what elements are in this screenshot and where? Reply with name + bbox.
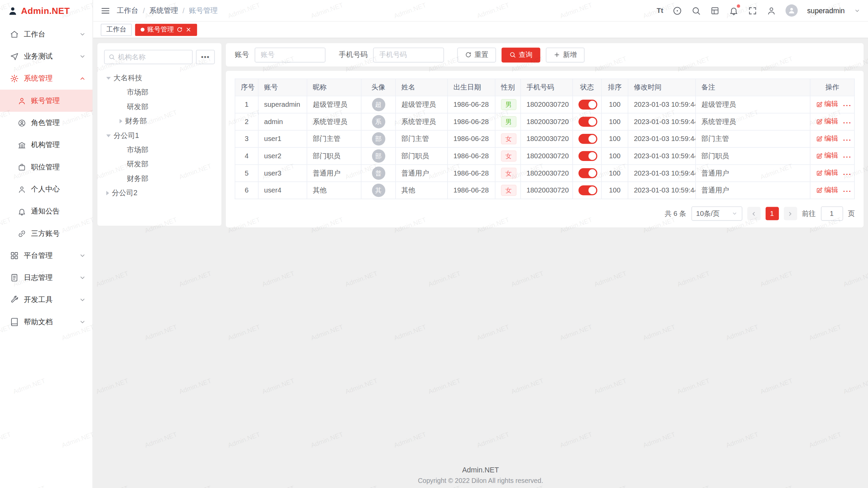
document-icon — [10, 273, 19, 282]
sidebar-item-business-test[interactable]: 业务测试 — [0, 45, 93, 67]
goto-page-input[interactable] — [821, 206, 843, 221]
account-input[interactable] — [255, 47, 326, 62]
edit-button[interactable]: 编辑 — [816, 168, 838, 178]
tree-node[interactable]: 财务部 — [104, 114, 215, 128]
account-label: 账号 — [235, 50, 249, 60]
sidebar-item-role-management[interactable]: 角色管理 — [0, 112, 93, 134]
cell-account: superadmin — [258, 96, 307, 113]
cell-modified: 2023-01-03 10:59:44 — [628, 165, 695, 182]
layout-config-icon[interactable] — [710, 6, 720, 15]
add-button[interactable]: 新增 — [546, 47, 585, 62]
cell-account: user1 — [258, 130, 307, 147]
gender-tag: 男 — [501, 99, 516, 110]
status-toggle[interactable] — [578, 117, 597, 126]
tree-node[interactable]: 研发部 — [104, 157, 215, 171]
tree-node[interactable]: 分公司1 — [104, 128, 215, 143]
edit-button[interactable]: 编辑 — [816, 134, 838, 144]
tree-node[interactable]: 财务部 — [104, 171, 215, 186]
page-number-button[interactable]: 1 — [765, 207, 778, 220]
more-actions-button[interactable]: ··· — [843, 153, 852, 161]
table-row: 3 user1 部门主管 部 部门主管 1986-06-28 女 1802003… — [235, 130, 854, 147]
notification-bell-icon[interactable] — [729, 6, 738, 15]
reset-button[interactable]: 重置 — [457, 47, 496, 62]
app-root: Admin.NET 工作台 业务测试 系统管理 — [0, 0, 868, 488]
breadcrumb-item[interactable]: 系统管理 — [149, 5, 178, 15]
refresh-icon[interactable] — [177, 26, 183, 33]
caret-down-icon[interactable] — [106, 77, 111, 79]
caret-down-icon[interactable] — [106, 134, 111, 137]
chevron-up-icon — [79, 75, 86, 82]
org-search-input[interactable] — [118, 53, 188, 61]
app-logo[interactable]: Admin.NET — [0, 0, 93, 22]
page-size-select[interactable]: 10条/页 — [691, 206, 742, 221]
tab-workbench[interactable]: 工作台 — [101, 23, 132, 36]
phone-input[interactable] — [373, 47, 444, 62]
query-panel: 账号 手机号码 重置 查询 新增 — [226, 43, 864, 66]
sidebar-item-org-management[interactable]: 机构管理 — [0, 134, 93, 156]
sidebar-item-help-docs[interactable]: 帮助文档 — [0, 311, 93, 333]
caret-right-icon[interactable] — [106, 191, 109, 195]
edit-button[interactable]: 编辑 — [816, 151, 838, 161]
prev-page-button[interactable] — [747, 207, 760, 220]
sidebar-item-account-management[interactable]: 账号管理 — [0, 89, 93, 111]
cell-account: user2 — [258, 147, 307, 165]
bell-icon — [18, 207, 26, 215]
sidebar-item-dev-tools[interactable]: 开发工具 — [0, 289, 93, 311]
tree-node[interactable]: 分公司2 — [104, 186, 215, 200]
breadcrumb-item[interactable]: 工作台 — [117, 5, 138, 15]
next-page-button[interactable] — [784, 207, 797, 220]
cell-nickname: 部门主管 — [307, 130, 361, 147]
status-toggle[interactable] — [578, 185, 597, 195]
more-actions-button[interactable]: ··· — [843, 119, 852, 127]
tabs-bar: 工作台 账号管理 — [93, 21, 868, 38]
cell-name: 部门职员 — [396, 147, 448, 165]
fullscreen-icon[interactable] — [748, 6, 757, 15]
tools-icon — [10, 296, 19, 304]
status-toggle[interactable] — [578, 168, 597, 178]
font-size-icon[interactable]: Tt — [657, 7, 663, 15]
edit-button[interactable]: 编辑 — [816, 185, 838, 195]
more-actions-button[interactable]: ··· — [843, 170, 852, 178]
chevron-down-icon[interactable] — [854, 7, 860, 14]
cell-nickname: 系统管理员 — [307, 113, 361, 130]
sidebar-item-system-management[interactable]: 系统管理 — [0, 67, 93, 89]
sidebar-item-label: 职位管理 — [31, 162, 86, 172]
more-actions-button[interactable]: ··· — [843, 187, 852, 195]
sidebar-item-notice-announcement[interactable]: 通知公告 — [0, 200, 93, 222]
avatar: 其 — [372, 184, 385, 197]
user-avatar[interactable] — [786, 4, 798, 17]
status-toggle[interactable] — [578, 151, 597, 161]
sidebar-item-personal-center[interactable]: 个人中心 — [0, 178, 93, 200]
tree-node[interactable]: 市场部 — [104, 85, 215, 99]
more-actions-button[interactable]: ··· — [843, 102, 852, 109]
close-icon[interactable] — [185, 26, 192, 33]
org-search-box — [104, 50, 193, 64]
sidebar-item-position-management[interactable]: 职位管理 — [0, 156, 93, 178]
more-actions-button[interactable]: ··· — [843, 136, 852, 144]
col-header-avatar: 头像 — [361, 79, 395, 96]
profile-icon[interactable] — [767, 6, 776, 15]
edit-button[interactable]: 编辑 — [816, 117, 838, 126]
edit-button[interactable]: 编辑 — [816, 100, 838, 109]
username-text[interactable]: superadmin — [807, 6, 845, 15]
sidebar-item-platform-management[interactable]: 平台管理 — [0, 245, 93, 267]
tree-node[interactable]: 市场部 — [104, 143, 215, 157]
status-toggle[interactable] — [578, 134, 597, 144]
tab-account-management[interactable]: 账号管理 — [135, 23, 197, 36]
status-toggle[interactable] — [578, 100, 597, 109]
caret-right-icon[interactable] — [120, 119, 122, 123]
sidebar-item-log-management[interactable]: 日志管理 — [0, 267, 93, 289]
cell-nickname: 其他 — [307, 182, 361, 199]
tree-node[interactable]: 大名科技 — [104, 71, 215, 85]
language-icon[interactable] — [673, 6, 682, 15]
gender-tag: 男 — [501, 116, 516, 127]
search-icon[interactable] — [691, 6, 701, 15]
tree-node[interactable]: 研发部 — [104, 100, 215, 114]
tree-more-button[interactable]: ••• — [196, 50, 215, 64]
notification-badge — [737, 4, 740, 7]
hamburger-menu-icon[interactable] — [101, 6, 110, 15]
cell-gender: 男 — [495, 113, 520, 130]
sidebar-item-third-party-account[interactable]: 三方账号 — [0, 222, 93, 244]
sidebar-item-workbench[interactable]: 工作台 — [0, 23, 93, 45]
search-button[interactable]: 查询 — [501, 47, 540, 62]
